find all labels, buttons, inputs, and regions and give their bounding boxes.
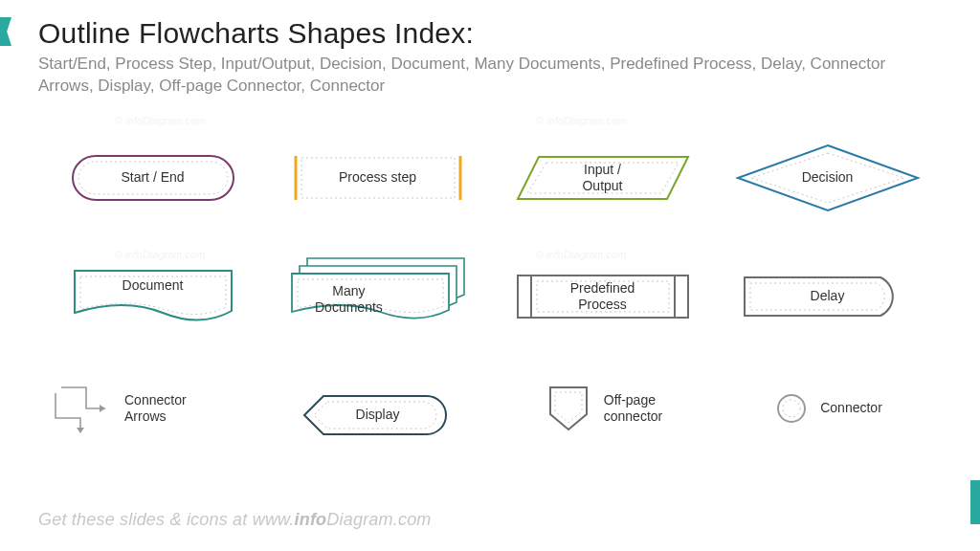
start-end-icon — [67, 150, 239, 206]
shape-delay: Delay — [723, 256, 932, 337]
connector-label: Connector — [820, 400, 882, 416]
connector-arrows-label: Connector Arrows — [124, 392, 187, 425]
shape-connector-arrows: Connector Arrows — [48, 375, 257, 442]
watermark: © infoDiagram.com — [536, 249, 626, 260]
svg-rect-0 — [73, 156, 234, 200]
svg-marker-5 — [518, 157, 688, 199]
document-icon — [67, 263, 239, 330]
watermark: © infoDiagram.com — [115, 249, 205, 260]
predefined-icon — [512, 270, 694, 323]
svg-marker-6 — [527, 163, 679, 193]
shape-start-end: Start / End — [48, 138, 257, 218]
page-title: Outline Flowcharts Shapes Index: — [38, 17, 942, 50]
svg-rect-1 — [78, 162, 228, 194]
connector-icon — [772, 389, 811, 428]
svg-rect-9 — [518, 276, 688, 318]
svg-marker-7 — [738, 145, 918, 210]
svg-marker-8 — [751, 153, 904, 203]
offpage-icon — [543, 382, 594, 435]
process-icon — [292, 152, 464, 204]
shape-offpage: Off-page connector — [498, 375, 707, 442]
watermark: © infoDiagram.com — [536, 115, 626, 126]
right-accent — [970, 480, 980, 524]
display-icon — [297, 390, 459, 440]
svg-point-16 — [783, 400, 800, 417]
shapes-grid: Start / End Process step Input / Output … — [0, 103, 980, 465]
shape-connector: Connector — [723, 375, 932, 442]
shape-predefined: Predefined Process — [498, 256, 707, 337]
svg-point-15 — [778, 395, 805, 422]
shape-io: Input / Output — [498, 138, 707, 218]
svg-marker-13 — [100, 405, 105, 412]
connector-arrows-icon — [48, 380, 115, 437]
many-docs-icon — [282, 256, 474, 337]
watermark: © infoDiagram.com — [115, 115, 205, 126]
offpage-label: Off-page connector — [604, 392, 662, 425]
header: Outline Flowcharts Shapes Index: Start/E… — [0, 0, 980, 103]
svg-rect-2 — [301, 158, 455, 198]
io-icon — [512, 151, 694, 205]
footer-text: Get these slides & icons at www.infoDiag… — [38, 510, 432, 530]
shape-many-docs: Many Documents — [273, 256, 482, 337]
page-subtitle: Start/End, Process Step, Input/Output, D… — [38, 54, 938, 98]
shape-document: Document — [48, 256, 257, 337]
svg-rect-12 — [537, 281, 669, 312]
svg-marker-14 — [77, 428, 84, 433]
decision-icon — [732, 140, 924, 216]
shape-display: Display — [273, 375, 482, 455]
delay-icon — [737, 270, 919, 323]
shape-process: Process step — [273, 138, 482, 218]
shape-decision: Decision — [723, 138, 932, 218]
